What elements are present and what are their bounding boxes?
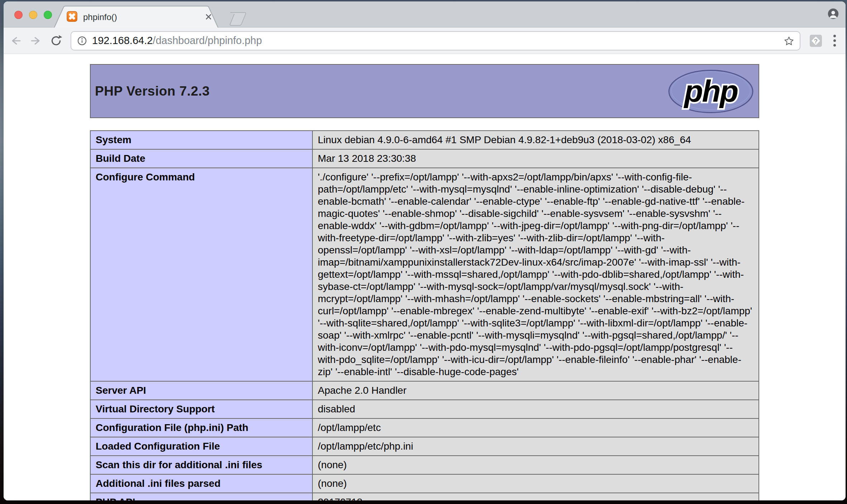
tab-strip: phpinfo() [4,1,846,28]
row-label: Loaded Configuration File [90,437,312,456]
new-tab-button[interactable] [226,12,249,26]
row-label: Build Date [90,149,312,168]
svg-text:?: ? [814,38,818,44]
row-label: Scan this dir for additional .ini files [90,456,312,474]
table-row: System Linux debian 4.9.0-6-amd64 #1 SMP… [90,131,759,149]
row-value: 20170718 [312,493,759,500]
row-label: Virtual Directory Support [90,400,312,418]
table-row: Server API Apache 2.0 Handler [90,381,759,400]
xampp-favicon-icon [67,11,77,22]
phpinfo-table-body: System Linux debian 4.9.0-6-amd64 #1 SMP… [90,131,759,500]
row-label: PHP API [90,493,312,500]
profile-avatar-icon[interactable] [827,8,839,20]
row-value: (none) [312,474,759,493]
table-row: PHP API 20170718 [90,493,759,500]
bookmark-star-icon[interactable] [783,35,795,47]
row-label: Configuration File (php.ini) Path [90,418,312,437]
tab-phpinfo[interactable]: phpinfo() [54,5,219,28]
desktop-wallpaper: phpinfo() [0,0,847,504]
tab-shape [54,5,219,28]
address-bar[interactable]: 192.168.64.2/dashboard/phpinfo.php [71,31,800,50]
table-row: Scan this dir for additional .ini files … [90,456,759,474]
page-title: PHP Version 7.2.3 [91,84,210,99]
forward-icon[interactable] [29,34,43,48]
extension-icon[interactable]: ? [809,34,823,48]
page-info-icon[interactable] [76,35,88,47]
row-value: Apache 2.0 Handler [312,381,759,400]
row-value: (none) [312,456,759,474]
row-value: disabled [312,400,759,418]
phpinfo-table: System Linux debian 4.9.0-6-amd64 #1 SMP… [90,130,759,500]
url-text: 192.168.64.2/dashboard/phpinfo.php [92,35,262,47]
row-label: Server API [90,381,312,400]
row-value: /opt/lampp/etc/php.ini [312,437,759,456]
phpinfo-header: PHP Version 7.2.3 php [90,64,759,118]
tab-title: phpinfo() [83,12,117,22]
table-row: Configuration File (php.ini) Path /opt/l… [90,418,759,437]
reload-icon[interactable] [49,34,63,48]
back-icon[interactable] [9,34,23,48]
zoom-window-button[interactable] [44,11,52,19]
tab-close-icon[interactable] [204,13,213,21]
minimize-window-button[interactable] [29,11,37,19]
url-path: /dashboard/phpinfo.php [153,35,262,46]
url-host: 192.168.64.2 [92,35,153,46]
page-content: PHP Version 7.2.3 php System Linux debi [4,54,846,500]
row-label: Configure Command [90,168,312,381]
row-value: Linux debian 4.9.0-6-amd64 #1 SMP Debian… [312,131,759,149]
close-window-button[interactable] [14,11,23,19]
svg-text:php: php [684,74,738,108]
toolbar: 192.168.64.2/dashboard/phpinfo.php ? [4,28,846,54]
table-row: Virtual Directory Support disabled [90,400,759,418]
row-value: Mar 13 2018 23:30:38 [312,149,759,168]
table-row: Additional .ini files parsed (none) [90,474,759,493]
browser-window: phpinfo() [4,1,846,500]
php-logo: php [666,68,756,115]
table-row: Loaded Configuration File /opt/lampp/etc… [90,437,759,456]
phpinfo-page: PHP Version 7.2.3 php System Linux debi [90,64,759,500]
row-label: Additional .ini files parsed [90,474,312,493]
row-value: /opt/lampp/etc [312,418,759,437]
browser-menu-icon[interactable] [832,34,837,48]
row-label: System [90,131,312,149]
row-value: './configure' '--prefix=/opt/lampp' '--w… [312,168,759,381]
table-row: Build Date Mar 13 2018 23:30:38 [90,149,759,168]
traffic-lights [4,1,54,28]
table-row: Configure Command './configure' '--prefi… [90,168,759,381]
